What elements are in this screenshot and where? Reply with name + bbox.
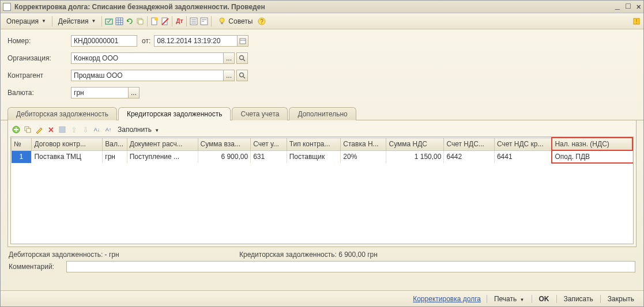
window-controls: _ □ ✕ <box>615 2 641 12</box>
print-label: Печать <box>494 295 517 303</box>
print-button[interactable]: Печать ▼ <box>491 295 528 303</box>
dk-icon[interactable]: Дт <box>175 17 184 26</box>
cell-vatacct[interactable]: 6442 <box>444 150 494 163</box>
tips-label: Советы <box>228 17 253 25</box>
tab-credit[interactable]: Кредиторская задолженность <box>118 107 231 120</box>
cell-type[interactable]: Поставщик <box>287 150 341 163</box>
form-icon[interactable] <box>199 17 209 26</box>
edit-icon[interactable] <box>35 125 44 134</box>
doc-link[interactable]: Корректировка долга <box>410 295 483 303</box>
comment-field[interactable] <box>66 261 635 272</box>
col-type[interactable]: Тип контра... <box>287 138 341 150</box>
svg-line-29 <box>243 77 245 78</box>
header-row: № Договор контр... Вал... Документ расч.… <box>12 138 633 150</box>
post-icon[interactable] <box>104 17 114 26</box>
cell-vat[interactable]: 1 150,00 <box>386 150 444 163</box>
contractor-row: Контрагент Продмаш ООО ... <box>7 69 637 82</box>
close-button[interactable]: ✕ <box>637 2 641 12</box>
col-vatcr[interactable]: Счет НДС кр... <box>494 138 552 150</box>
cell-num[interactable]: 1 <box>12 150 32 163</box>
list-icon[interactable] <box>189 17 198 26</box>
separator <box>532 295 532 303</box>
org-select-button[interactable]: ... <box>223 52 235 64</box>
contractor-select-button[interactable]: ... <box>223 70 235 81</box>
col-rate[interactable]: Ставка Н... <box>341 138 386 150</box>
svg-rect-1 <box>116 18 123 25</box>
help-icon[interactable]: ? <box>257 17 266 26</box>
separator <box>487 295 487 303</box>
separator <box>600 295 601 303</box>
svg-point-28 <box>240 73 244 77</box>
svg-rect-24 <box>240 39 246 44</box>
tab-debit[interactable]: Дебиторская задолженность <box>7 107 117 120</box>
contractor-label: Контрагент <box>7 71 71 79</box>
col-vatacct[interactable]: Счет НДС... <box>444 138 494 150</box>
col-sum[interactable]: Сумма вза... <box>198 138 251 150</box>
org-search-button[interactable] <box>236 52 248 64</box>
separator <box>556 295 557 303</box>
col-nalog[interactable]: Нал. назн. (НДС) <box>552 138 632 150</box>
cell-contract[interactable]: Поставка ТМЦ <box>32 150 103 163</box>
grid-icon[interactable] <box>115 17 124 26</box>
add-icon[interactable] <box>12 125 21 134</box>
comment-row: Комментарий: <box>1 260 643 276</box>
data-grid[interactable]: № Договор контр... Вал... Документ расч.… <box>10 137 634 244</box>
separator <box>211 16 212 26</box>
doc-new-icon[interactable] <box>150 17 159 26</box>
col-vat[interactable]: Сумма НДС <box>386 138 444 150</box>
sort-desc-icon[interactable]: A↑ <box>104 125 113 134</box>
col-contract[interactable]: Договор контр... <box>32 138 103 150</box>
copy-icon[interactable] <box>135 17 145 26</box>
currency-field[interactable]: грн <box>71 87 129 98</box>
chevron-down-icon: ▼ <box>91 18 96 24</box>
contractor-search-button[interactable] <box>236 70 248 81</box>
copy-row-icon[interactable] <box>23 125 32 134</box>
cell-acct[interactable]: 631 <box>251 150 287 163</box>
delete-icon[interactable]: ✕ <box>46 125 55 134</box>
lightbulb-icon <box>217 17 227 26</box>
separator <box>147 16 148 26</box>
fill-menu[interactable]: Заполнить ▼ <box>118 126 159 134</box>
calendar-button[interactable] <box>237 35 248 47</box>
svg-point-9 <box>155 17 158 21</box>
sort-asc-icon[interactable]: A↓ <box>92 125 101 134</box>
window-title: Корректировка долга: Списание безнадежно… <box>14 3 615 11</box>
save-button[interactable]: Записать <box>560 295 597 303</box>
cell-vatcr[interactable]: 6441 <box>494 150 552 163</box>
tips-button[interactable]: Советы <box>214 16 256 27</box>
currency-select-button[interactable]: ... <box>128 87 140 98</box>
col-doc[interactable]: Документ расч... <box>127 138 198 150</box>
separator <box>52 16 52 26</box>
maximize-button[interactable]: □ <box>626 2 630 12</box>
save-icon <box>58 125 67 134</box>
col-acct[interactable]: Счет у... <box>251 138 287 150</box>
col-num[interactable]: № <box>12 138 32 150</box>
table-row[interactable]: 1 Поставка ТМЦ грн Поступление ... 6 900… <box>12 150 633 163</box>
ok-button[interactable]: OK <box>536 295 553 303</box>
warning-icon[interactable]: ! <box>632 17 641 26</box>
close-button[interactable]: Закрыть <box>604 295 638 303</box>
chevron-down-icon: ▼ <box>42 18 46 24</box>
doc-edit-icon[interactable] <box>160 17 170 26</box>
actions-menu[interactable]: Действия ▼ <box>55 16 100 26</box>
tab-accounts[interactable]: Счета учета <box>232 107 288 120</box>
svg-point-18 <box>220 18 224 22</box>
cell-rate[interactable]: 20% <box>341 150 386 163</box>
total-credit: Кредиторская задолженность: 6 900,00 грн <box>239 251 635 259</box>
contractor-field[interactable]: Продмаш ООО <box>71 70 224 81</box>
cell-sum[interactable]: 6 900,00 <box>198 150 251 163</box>
fill-label: Заполнить <box>118 126 152 134</box>
refresh-icon[interactable] <box>125 17 134 26</box>
minimize-button[interactable]: _ <box>615 2 620 12</box>
col-currency[interactable]: Вал... <box>103 138 127 150</box>
tab-content: ✕ ⇧ ⇩ A↓ A↑ Заполнить ▼ <box>7 120 637 247</box>
org-field[interactable]: Конкорд ООО <box>71 52 224 64</box>
tab-additional[interactable]: Дополнительно <box>289 107 356 120</box>
cell-nalog[interactable]: Опод. ПДВ <box>552 150 632 163</box>
operation-menu[interactable]: Операция ▼ <box>3 16 50 26</box>
cell-currency[interactable]: грн <box>103 150 127 163</box>
date-field[interactable]: 08.12.2014 13:19:20 <box>154 35 238 47</box>
number-field[interactable]: КНД00000001 <box>71 35 137 47</box>
document-icon <box>3 3 11 11</box>
cell-doc[interactable]: Поступление ... <box>127 150 198 163</box>
